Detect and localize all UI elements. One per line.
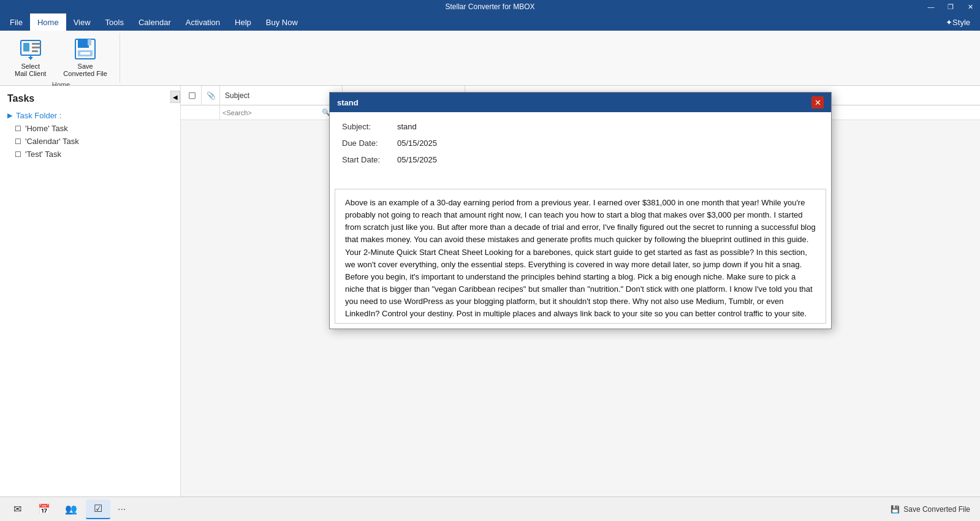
nav-calendar-button[interactable]: 📅: [32, 500, 56, 519]
sidebar-title: Tasks: [0, 91, 180, 109]
modal-duedate-field: Due Date: 05/15/2025: [342, 139, 819, 148]
nav-more-button[interactable]: ···: [113, 504, 131, 515]
title-bar: Stellar Converter for MBOX — ❐ ✕: [0, 0, 980, 13]
modal-subject-field: Subject: stand: [342, 122, 819, 131]
menu-activation[interactable]: Activation: [178, 13, 227, 31]
sidebar-item-calendar-task[interactable]: ☐ 'Calendar' Task: [0, 135, 180, 148]
modal-body-text: Above is an example of a 30-day earning …: [345, 197, 816, 324]
menu-home[interactable]: Home: [30, 13, 66, 31]
sidebar-item-test-task[interactable]: ☐ 'Test' Task: [0, 148, 180, 161]
save-button-label: SaveConverted File: [63, 63, 107, 77]
modal-content-box[interactable]: Above is an example of a 30-day earning …: [335, 189, 826, 324]
restore-button[interactable]: ❐: [941, 0, 960, 13]
menu-help[interactable]: Help: [227, 13, 259, 31]
svg-rect-4: [32, 50, 38, 52]
duedate-label: Due Date:: [342, 139, 397, 148]
minimize-button[interactable]: —: [921, 0, 941, 13]
status-bar: ✉ 📅 👥 ☑ ··· 💾 Save Converted File: [0, 496, 980, 521]
save-status-label: Save Converted File: [903, 505, 970, 514]
save-icon: [73, 37, 97, 61]
save-converted-file-button[interactable]: SaveConverted File: [56, 33, 115, 81]
app-title: Stellar Converter for MBOX: [445, 2, 534, 11]
modal-overlay: stand ✕ Subject: stand Due Date: 05/15/2…: [181, 86, 980, 496]
sidebar-folder[interactable]: ▶ Task Folder :: [0, 109, 180, 122]
subject-label: Subject:: [342, 122, 397, 131]
sidebar-collapse-button[interactable]: ◀: [170, 91, 180, 103]
svg-rect-8: [78, 39, 89, 48]
task-detail-modal: stand ✕ Subject: stand Due Date: 05/15/2…: [329, 92, 832, 329]
main-layout: Tasks ▶ Task Folder : ☐ 'Home' Task ☐ 'C…: [0, 86, 980, 496]
nav-people-button[interactable]: 👥: [59, 500, 83, 519]
menu-view[interactable]: View: [66, 13, 98, 31]
ribbon-home-group: SelectMail Client SaveConverted File Hom…: [2, 33, 120, 83]
content-area: 📎 Subject Due Date 🔍 🔍 sta: [181, 86, 980, 496]
menu-style[interactable]: ✦ Style: [938, 15, 978, 29]
task-icon-calendar: ☐: [15, 137, 21, 146]
menu-file[interactable]: File: [2, 13, 30, 31]
nav-tasks-button[interactable]: ☑: [86, 500, 110, 519]
status-right: 💾 Save Converted File: [891, 505, 980, 514]
startdate-value: 05/15/2025: [397, 155, 437, 164]
folder-chevron-icon: ▶: [7, 112, 12, 120]
bottom-nav: ✉ 📅 👥 ☑ ···: [0, 500, 135, 519]
ribbon: SelectMail Client SaveConverted File Hom…: [0, 31, 980, 86]
svg-rect-11: [80, 52, 90, 55]
menu-buynow[interactable]: Buy Now: [259, 13, 305, 31]
nav-mail-button[interactable]: ✉: [5, 500, 29, 519]
duedate-value: 05/15/2025: [397, 139, 437, 148]
select-icon: [18, 37, 43, 61]
modal-close-button[interactable]: ✕: [811, 96, 824, 108]
sidebar-item-home-task[interactable]: ☐ 'Home' Task: [0, 122, 180, 135]
task-icon-home: ☐: [15, 124, 21, 133]
modal-body: Subject: stand Due Date: 05/15/2025 Star…: [330, 112, 831, 181]
menu-calendar[interactable]: Calendar: [131, 13, 178, 31]
close-button[interactable]: ✕: [960, 0, 980, 13]
svg-rect-1: [23, 43, 29, 51]
sidebar: Tasks ▶ Task Folder : ☐ 'Home' Task ☐ 'C…: [0, 86, 181, 496]
sidebar-folder-label: Task Folder :: [16, 111, 61, 120]
save-status-icon: 💾: [891, 505, 900, 514]
menu-bar: File Home View Tools Calendar Activation…: [0, 13, 980, 31]
modal-title-bar: stand ✕: [330, 93, 831, 112]
select-button-label: SelectMail Client: [15, 63, 46, 77]
task-icon-test: ☐: [15, 150, 21, 159]
modal-startdate-field: Start Date: 05/15/2025: [342, 155, 819, 164]
select-mail-client-button[interactable]: SelectMail Client: [7, 33, 53, 81]
startdate-label: Start Date:: [342, 155, 397, 164]
menu-tools[interactable]: Tools: [98, 13, 131, 31]
svg-rect-2: [32, 43, 40, 45]
svg-rect-9: [88, 39, 91, 45]
modal-title: stand: [337, 98, 359, 107]
window-controls: — ❐ ✕: [921, 0, 980, 13]
svg-rect-3: [32, 47, 40, 48]
subject-value: stand: [397, 122, 417, 131]
svg-rect-6: [30, 55, 31, 58]
ribbon-buttons: SelectMail Client SaveConverted File: [7, 33, 115, 81]
